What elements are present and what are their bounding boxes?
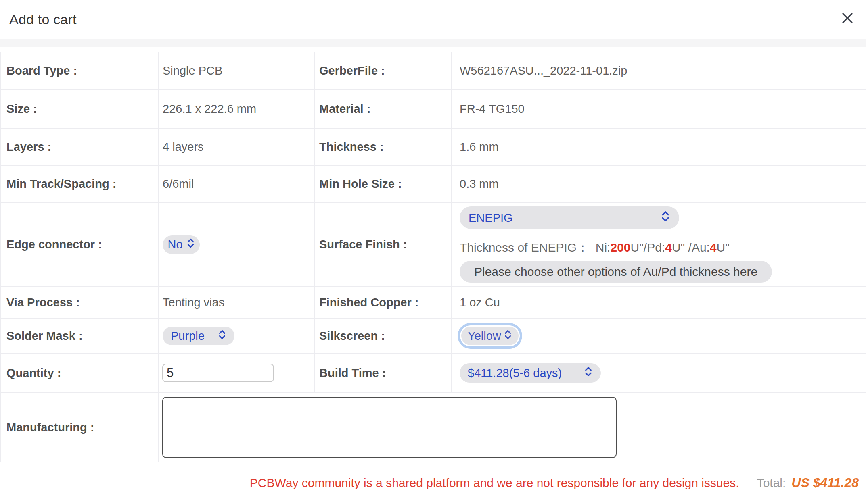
size-label: Size : <box>1 90 158 128</box>
total-value: US $411.28 <box>791 475 859 490</box>
build-time-selected-value: $411.28(5-6 days) <box>468 367 562 380</box>
silkscreen-select[interactable]: Yellow <box>461 327 519 345</box>
finished-copper-value: 1 oz Cu <box>452 287 866 318</box>
finished-copper-label: Finished Copper : <box>315 287 451 318</box>
manufacturing-textarea[interactable] <box>162 397 617 458</box>
layers-label: Layers : <box>1 129 158 165</box>
silkscreen-cell: Yellow <box>452 319 866 353</box>
enepig-ni-value: 200 <box>610 241 630 254</box>
chevron-updown-icon <box>186 238 195 251</box>
enepig-ni-label: Ni: <box>596 241 611 254</box>
build-time-label: Build Time : <box>315 354 451 392</box>
edge-connector-cell: No <box>159 203 314 286</box>
total-label: Total: <box>757 476 786 490</box>
surface-finish-label: Surface Finish : <box>315 203 451 286</box>
gerber-file-label: GerberFile : <box>315 52 451 89</box>
total-group: Total: US $411.28 <box>757 475 859 490</box>
disclaimer-text: PCBWay community is a shared platform an… <box>250 476 739 490</box>
silkscreen-selected-value: Yellow <box>468 329 501 343</box>
min-track-spacing-label: Min Track/Spacing : <box>1 166 158 202</box>
spec-table: Board Type : Single PCB GerberFile : W56… <box>0 52 866 462</box>
solder-mask-selected-value: Purple <box>171 329 205 343</box>
close-button[interactable] <box>839 10 856 27</box>
chevron-updown-icon <box>584 366 593 380</box>
header-divider-band <box>0 39 866 47</box>
board-type-value: Single PCB <box>159 52 314 89</box>
modal-footer: PCBWay community is a shared platform an… <box>0 462 866 503</box>
min-hole-size-value: 0.3 mm <box>452 166 866 202</box>
thickness-value: 1.6 mm <box>452 129 866 165</box>
enepig-pd-value: 4 <box>665 241 672 254</box>
min-track-spacing-value: 6/6mil <box>159 166 314 202</box>
quantity-input[interactable] <box>162 364 274 382</box>
chevron-updown-icon <box>218 329 226 343</box>
material-label: Material : <box>315 90 451 128</box>
edge-connector-label: Edge connector : <box>1 203 158 286</box>
modal-header: Add to cart <box>0 0 866 39</box>
enepig-ni-unit: U"/Pd: <box>631 241 665 254</box>
size-value: 226.1 x 222.6 mm <box>159 90 314 128</box>
solder-mask-select[interactable]: Purple <box>163 327 234 345</box>
manufacturing-cell <box>159 393 866 462</box>
enepig-note-intro: Thickness of ENEPIG： <box>460 241 596 254</box>
enepig-au-value: 4 <box>710 241 717 254</box>
gerber-file-value: W562167ASU..._2022-11-01.zip <box>452 52 866 89</box>
via-process-value: Tenting vias <box>159 287 314 318</box>
quantity-cell <box>159 354 314 392</box>
enepig-au-unit: U" <box>717 241 730 254</box>
thickness-label: Thickness : <box>315 129 451 165</box>
surface-finish-selected-value: ENEPIG <box>469 211 513 225</box>
silkscreen-label: Silkscreen : <box>315 319 451 353</box>
board-type-label: Board Type : <box>1 52 158 89</box>
surface-finish-select[interactable]: ENEPIG <box>460 206 679 229</box>
chevron-updown-icon <box>504 329 512 343</box>
enepig-thickness-note: Thickness of ENEPIG： Ni:200U"/Pd:4U" /Au… <box>460 240 730 256</box>
layers-value: 4 layers <box>159 129 314 165</box>
page-title: Add to cart <box>9 12 77 27</box>
quantity-label: Quantity : <box>1 354 158 392</box>
solder-mask-cell: Purple <box>159 319 314 353</box>
via-process-label: Via Process : <box>1 287 158 318</box>
build-time-select[interactable]: $411.28(5-6 days) <box>460 363 601 383</box>
manufacturing-label: Manufacturing : <box>1 393 158 462</box>
chevron-updown-icon <box>661 210 670 225</box>
enepig-pd-unit: U" /Au: <box>672 241 710 254</box>
surface-finish-cell: ENEPIG Thickness of ENEPIG： Ni:200U"/Pd:… <box>452 203 866 286</box>
min-hole-size-label: Min Hole Size : <box>315 166 451 202</box>
close-icon <box>841 11 854 26</box>
edge-connector-select[interactable]: No <box>163 235 200 254</box>
aupd-thickness-options-button[interactable]: Please choose other options of Au/Pd thi… <box>460 261 772 283</box>
edge-connector-selected-value: No <box>167 238 182 251</box>
material-value: FR-4 TG150 <box>452 90 866 128</box>
solder-mask-label: Solder Mask : <box>1 319 158 353</box>
build-time-cell: $411.28(5-6 days) <box>452 354 866 392</box>
